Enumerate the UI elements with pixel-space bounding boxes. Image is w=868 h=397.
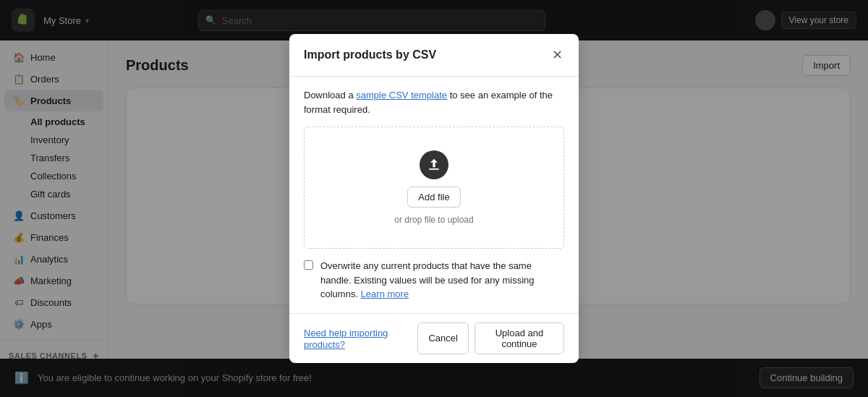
modal-footer-left: Need help importing products? (304, 327, 417, 350)
learn-more-link[interactable]: Learn more (361, 289, 409, 299)
modal-body: Download a sample CSV template to see an… (289, 77, 579, 313)
modal-description: Download a sample CSV template to see an… (304, 88, 564, 116)
modal-overlay: Import products by CSV ✕ Download a samp… (0, 0, 868, 397)
add-file-button[interactable]: Add file (407, 187, 460, 208)
modal-close-button[interactable]: ✕ (550, 46, 564, 64)
modal-footer-right: Cancel Upload and continue (417, 323, 564, 354)
cancel-button[interactable]: Cancel (417, 323, 468, 354)
import-csv-modal: Import products by CSV ✕ Download a samp… (289, 34, 579, 363)
csv-template-link[interactable]: sample CSV template (356, 90, 447, 101)
overwrite-checkbox[interactable] (304, 260, 313, 270)
upload-hint: or drop file to upload (394, 215, 473, 225)
file-upload-area[interactable]: Add file or drop file to upload (304, 127, 564, 249)
overwrite-label: Overwrite any current products that have… (320, 259, 564, 302)
upload-icon (420, 150, 448, 179)
upload-continue-button[interactable]: Upload and continue (475, 323, 564, 354)
modal-title: Import products by CSV (304, 48, 436, 61)
help-link[interactable]: Need help importing products? (304, 328, 388, 350)
modal-footer: Need help importing products? Cancel Upl… (289, 313, 579, 363)
modal-header: Import products by CSV ✕ (289, 34, 579, 77)
overwrite-checkbox-row: Overwrite any current products that have… (304, 259, 564, 302)
